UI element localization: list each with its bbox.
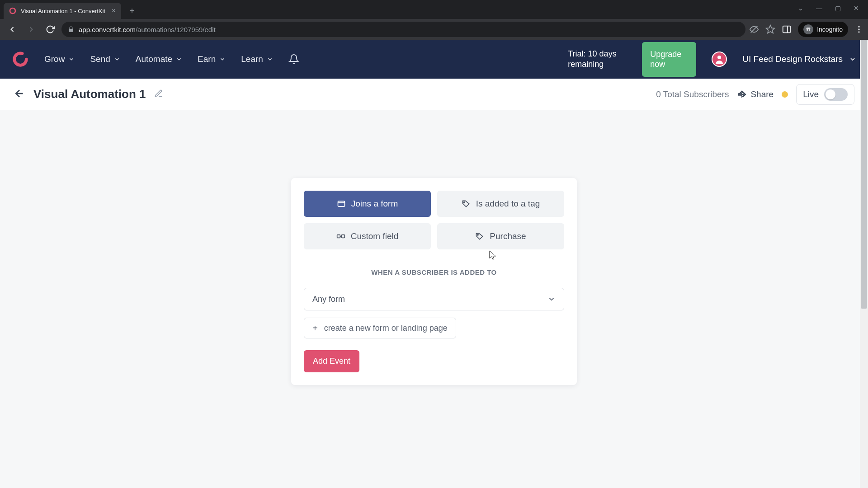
chevron-down-icon (176, 56, 182, 62)
scrollbar-thumb[interactable] (861, 40, 867, 309)
svg-rect-3 (783, 26, 791, 33)
svg-point-7 (858, 26, 859, 28)
purchase-tag-icon (475, 232, 484, 241)
share-button[interactable]: Share (737, 89, 774, 99)
svg-point-9 (858, 31, 859, 33)
option-custom-field[interactable]: Custom field (304, 223, 431, 249)
account-name: UI Feed Design Rockstars (742, 54, 843, 64)
select-value: Any form (312, 295, 345, 304)
nav-send-label: Send (90, 54, 110, 64)
automation-canvas[interactable]: Joins a form Is added to a tag Custom fi… (0, 110, 868, 488)
address-bar[interactable]: app.convertkit.com/automations/1207959/e… (61, 22, 745, 37)
option-label: Custom field (351, 231, 399, 241)
browser-menu-icon[interactable] (854, 25, 863, 34)
svg-point-11 (717, 56, 721, 59)
toolbar-right: Incognito (749, 22, 863, 37)
subscriber-count: 0 Total Subscribers (656, 89, 729, 99)
svg-point-14 (463, 202, 465, 203)
svg-point-10 (14, 53, 27, 66)
svg-point-0 (10, 8, 15, 14)
tab-close-icon[interactable]: × (112, 7, 116, 15)
svg-point-5 (807, 29, 808, 31)
option-label: Purchase (490, 231, 526, 241)
svg-point-18 (477, 234, 479, 235)
option-purchase[interactable]: Purchase (437, 223, 564, 249)
nav-earn-label: Earn (198, 54, 216, 64)
incognito-eye-icon[interactable] (749, 24, 759, 34)
plus-icon: + (312, 323, 318, 333)
svg-point-6 (809, 29, 811, 31)
svg-rect-16 (341, 235, 344, 238)
option-label: Is added to a tag (476, 199, 540, 209)
maximize-icon[interactable]: ▢ (835, 5, 841, 12)
tabs-dropdown-icon[interactable]: ⌄ (798, 5, 803, 12)
browser-back-button[interactable] (5, 22, 20, 37)
live-label: Live (803, 89, 819, 99)
svg-marker-2 (766, 25, 774, 33)
bookmark-star-icon[interactable] (765, 24, 775, 34)
edit-title-button[interactable] (154, 89, 163, 100)
chevron-down-icon (68, 56, 75, 62)
nav-learn-label: Learn (241, 54, 263, 64)
option-label: Joins a form (351, 199, 398, 209)
nav-grow-label: Grow (44, 54, 65, 64)
svg-rect-15 (337, 235, 340, 238)
chevron-down-icon (114, 56, 120, 62)
browser-tab[interactable]: Visual Automation 1 - ConvertKit × (4, 3, 121, 19)
convertkit-logo-icon[interactable] (12, 51, 29, 68)
create-link-label: create a new form or landing page (324, 324, 448, 333)
browser-forward-button[interactable] (24, 22, 39, 37)
option-joins-form[interactable]: Joins a form (304, 191, 431, 217)
browser-chrome: Visual Automation 1 - ConvertKit × + ⌄ ―… (0, 0, 868, 40)
new-tab-button[interactable]: + (126, 5, 138, 17)
nav-grow[interactable]: Grow (44, 54, 75, 64)
toggle-knob (826, 89, 835, 99)
share-label: Share (750, 89, 774, 99)
event-panel: Joins a form Is added to a tag Custom fi… (291, 178, 577, 385)
nav-learn[interactable]: Learn (241, 54, 273, 64)
close-window-icon[interactable]: ✕ (854, 5, 859, 12)
nav-automate-label: Automate (136, 54, 172, 64)
form-select[interactable]: Any form (304, 288, 564, 310)
chevron-down-icon (219, 56, 226, 62)
tag-icon (462, 199, 471, 208)
add-event-button[interactable]: Add Event (304, 350, 359, 372)
option-added-to-tag[interactable]: Is added to a tag (437, 191, 564, 217)
incognito-label: Incognito (817, 26, 843, 33)
status-indicator-icon (782, 91, 788, 98)
browser-reload-button[interactable] (42, 22, 58, 37)
window-controls: ⌄ ― ▢ ✕ (789, 0, 868, 16)
section-label: WHEN A SUBSCRIBER IS ADDED TO (304, 268, 564, 276)
trigger-options: Joins a form Is added to a tag Custom fi… (304, 191, 564, 249)
trial-status: Trial: 10 days remaining (568, 49, 627, 70)
svg-point-8 (858, 28, 859, 30)
tab-strip: Visual Automation 1 - ConvertKit × + ⌄ ―… (0, 0, 868, 19)
form-icon (337, 199, 346, 208)
back-button[interactable] (14, 88, 25, 101)
share-icon (737, 89, 747, 99)
chevron-down-icon (849, 56, 856, 63)
app-header: Grow Send Automate Earn Learn Trial: 10 … (0, 40, 868, 79)
live-toggle-group: Live (796, 84, 854, 105)
chevron-down-icon (547, 295, 556, 303)
tab-title: Visual Automation 1 - ConvertKit (21, 8, 107, 14)
minimize-icon[interactable]: ― (816, 5, 822, 12)
chevron-down-icon (267, 56, 273, 62)
avatar[interactable] (712, 52, 727, 67)
notifications-bell-icon[interactable] (288, 54, 299, 65)
custom-field-icon (336, 232, 345, 241)
incognito-icon (803, 24, 813, 34)
page-scrollbar[interactable] (860, 40, 868, 488)
page-title: Visual Automation 1 (33, 87, 146, 101)
account-menu[interactable]: UI Feed Design Rockstars (742, 54, 856, 64)
side-panel-icon[interactable] (782, 24, 792, 34)
nav-earn[interactable]: Earn (198, 54, 226, 64)
lock-icon (68, 26, 74, 33)
incognito-indicator[interactable]: Incognito (798, 22, 848, 37)
upgrade-button[interactable]: Upgrade now (642, 42, 696, 77)
live-toggle[interactable] (824, 88, 848, 101)
nav-automate[interactable]: Automate (136, 54, 182, 64)
nav-send[interactable]: Send (90, 54, 120, 64)
create-form-link[interactable]: + create a new form or landing page (304, 318, 456, 338)
browser-toolbar: app.convertkit.com/automations/1207959/e… (0, 19, 868, 40)
